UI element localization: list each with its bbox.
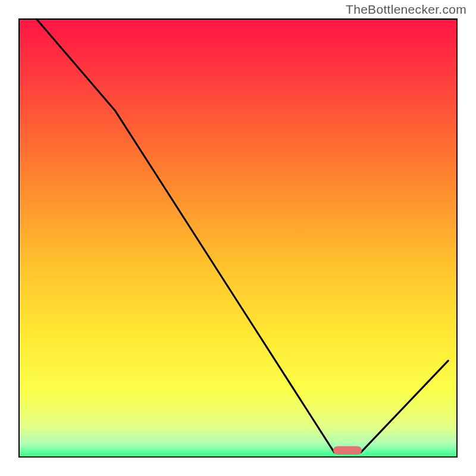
attribution-label: TheBottlenecker.com	[346, 2, 466, 17]
chart-svg	[0, 0, 476, 476]
bottleneck-chart: TheBottlenecker.com	[0, 0, 476, 476]
plot-background	[19, 19, 457, 457]
optimum-marker	[333, 446, 362, 455]
